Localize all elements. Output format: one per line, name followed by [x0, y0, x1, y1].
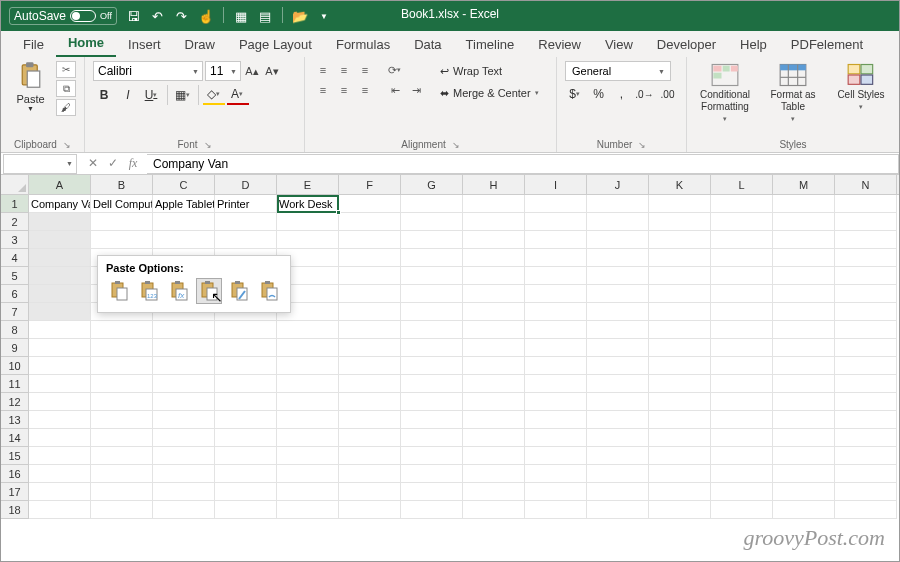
col-header[interactable]: H [463, 175, 525, 194]
cell[interactable] [587, 231, 649, 249]
cell[interactable] [277, 483, 339, 501]
cell[interactable] [277, 213, 339, 231]
cell[interactable] [401, 375, 463, 393]
cell[interactable] [835, 321, 897, 339]
cell[interactable] [401, 249, 463, 267]
row-header[interactable]: 18 [1, 501, 29, 519]
number-format-selector[interactable]: General▼ [565, 61, 671, 81]
align-middle-button[interactable]: ≡ [334, 61, 354, 79]
cell[interactable] [91, 231, 153, 249]
format-as-table-button[interactable]: Format as Table ▾ [763, 63, 823, 125]
row-header[interactable]: 9 [1, 339, 29, 357]
cell[interactable] [587, 213, 649, 231]
cell[interactable] [463, 321, 525, 339]
row-header[interactable]: 17 [1, 483, 29, 501]
row-header[interactable]: 12 [1, 393, 29, 411]
cell[interactable] [773, 267, 835, 285]
cell[interactable] [463, 465, 525, 483]
cell[interactable] [463, 429, 525, 447]
spreadsheet-grid[interactable]: A B C D E F G H I J K L M N 1Company Van… [1, 175, 899, 519]
cell[interactable] [339, 267, 401, 285]
cell[interactable] [773, 321, 835, 339]
cell[interactable] [587, 483, 649, 501]
tab-page-layout[interactable]: Page Layout [227, 33, 324, 57]
cell[interactable] [277, 321, 339, 339]
cell[interactable] [463, 213, 525, 231]
cell[interactable] [773, 429, 835, 447]
cell[interactable] [711, 285, 773, 303]
cell[interactable] [153, 429, 215, 447]
borders-button[interactable]: ▦▾ [172, 85, 194, 105]
cell[interactable] [525, 231, 587, 249]
increase-decimal-button[interactable]: .0→ [634, 84, 655, 104]
cell[interactable] [91, 411, 153, 429]
row-header[interactable]: 13 [1, 411, 29, 429]
align-bottom-button[interactable]: ≡ [355, 61, 375, 79]
cell[interactable] [29, 321, 91, 339]
cell[interactable] [215, 339, 277, 357]
cell[interactable] [587, 303, 649, 321]
touch-mode-icon[interactable]: ☝ [197, 7, 215, 25]
cell[interactable] [401, 357, 463, 375]
cell[interactable] [463, 447, 525, 465]
cell[interactable] [91, 339, 153, 357]
row-header[interactable]: 10 [1, 357, 29, 375]
tab-draw[interactable]: Draw [173, 33, 227, 57]
tab-developer[interactable]: Developer [645, 33, 728, 57]
cell[interactable] [277, 375, 339, 393]
align-top-button[interactable]: ≡ [313, 61, 333, 79]
cell[interactable] [29, 411, 91, 429]
enter-formula-icon[interactable]: ✓ [105, 156, 121, 171]
cell[interactable] [463, 357, 525, 375]
cell[interactable] [525, 393, 587, 411]
cut-button[interactable]: ✂ [56, 61, 76, 78]
cell[interactable] [587, 321, 649, 339]
cell[interactable] [29, 465, 91, 483]
cell[interactable] [215, 411, 277, 429]
conditional-formatting-button[interactable]: Conditional Formatting ▾ [695, 63, 755, 125]
cell[interactable] [277, 411, 339, 429]
cell[interactable] [773, 195, 835, 213]
paste-option-transpose[interactable]: ↖ [196, 278, 222, 304]
cell[interactable] [339, 375, 401, 393]
cell[interactable] [153, 411, 215, 429]
cell[interactable] [711, 501, 773, 519]
cell[interactable] [277, 447, 339, 465]
cell[interactable] [153, 375, 215, 393]
paste-option-values[interactable]: 123 [136, 278, 162, 304]
cell[interactable] [587, 339, 649, 357]
cell[interactable] [153, 213, 215, 231]
col-header[interactable]: F [339, 175, 401, 194]
cell[interactable] [339, 285, 401, 303]
cell[interactable] [153, 321, 215, 339]
cell[interactable] [587, 267, 649, 285]
cell[interactable] [773, 231, 835, 249]
cell[interactable] [463, 231, 525, 249]
cell[interactable] [711, 213, 773, 231]
cell[interactable] [401, 213, 463, 231]
paste-option-formatting[interactable] [226, 278, 252, 304]
cell[interactable] [835, 267, 897, 285]
cell[interactable] [525, 447, 587, 465]
cell[interactable] [401, 501, 463, 519]
cell[interactable] [153, 483, 215, 501]
cell[interactable] [339, 501, 401, 519]
selection-fill-handle[interactable] [336, 210, 341, 215]
cell[interactable] [773, 339, 835, 357]
cell[interactable] [587, 465, 649, 483]
cell[interactable] [29, 267, 91, 285]
row-header[interactable]: 14 [1, 429, 29, 447]
cell[interactable] [91, 213, 153, 231]
cell[interactable] [587, 411, 649, 429]
cell[interactable] [29, 501, 91, 519]
cell[interactable] [215, 447, 277, 465]
cell[interactable] [463, 411, 525, 429]
cell[interactable] [835, 411, 897, 429]
cell[interactable] [277, 501, 339, 519]
cell[interactable] [401, 465, 463, 483]
comma-format-button[interactable]: , [611, 84, 632, 104]
cancel-formula-icon[interactable]: ✕ [85, 156, 101, 171]
cell[interactable] [587, 249, 649, 267]
cell[interactable] [835, 393, 897, 411]
cell[interactable] [91, 357, 153, 375]
